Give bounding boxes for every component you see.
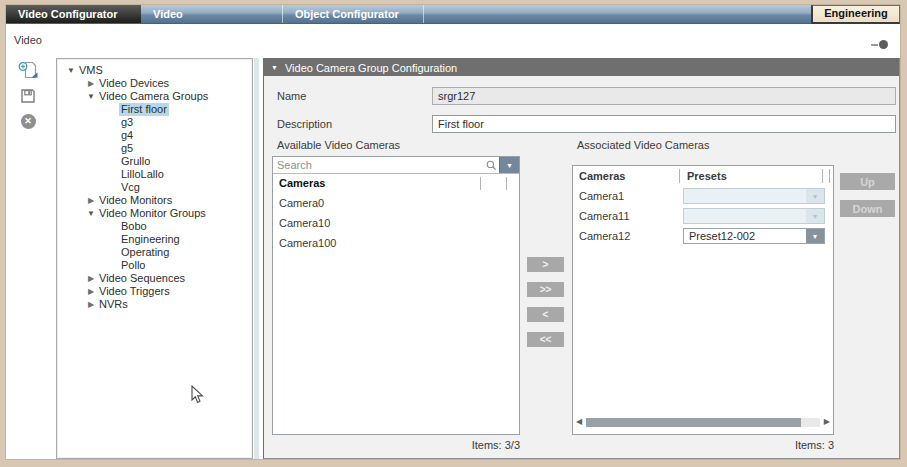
- search-row: [273, 157, 519, 174]
- breadcrumb: Video: [14, 34, 42, 46]
- expander-icon[interactable]: [85, 298, 97, 311]
- horizontal-scrollbar[interactable]: ◀ ▶: [576, 416, 830, 428]
- move-right-button[interactable]: >: [527, 257, 564, 272]
- expander-icon[interactable]: [65, 64, 77, 77]
- tree-item-engineering[interactable]: Engineering: [57, 233, 252, 246]
- tree-item-video-devices[interactable]: Video Devices: [57, 77, 252, 90]
- tree-item-first-floor[interactable]: First floor: [57, 103, 252, 116]
- config-panel: Video Camera Group Configuration Name De…: [263, 58, 900, 459]
- tree-panel: VMS Video Devices Video Camera Groups Fi…: [56, 58, 253, 459]
- associated-items-count: Items: 3: [572, 439, 834, 451]
- available-cameras-list: Cameras Camera0 Camera10 Camera100: [272, 156, 520, 435]
- tree-item-video-camera-groups[interactable]: Video Camera Groups: [57, 90, 252, 103]
- expander-icon[interactable]: [85, 285, 97, 298]
- new-item-icon[interactable]: [17, 60, 39, 80]
- search-filter-dropdown[interactable]: [499, 157, 519, 173]
- available-column-header[interactable]: Cameras: [273, 174, 519, 193]
- chevron-down-icon: [806, 189, 824, 203]
- name-field: [432, 87, 896, 105]
- move-all-right-button[interactable]: >>: [527, 282, 564, 297]
- description-field[interactable]: [432, 115, 896, 133]
- description-label: Description: [277, 118, 332, 130]
- expander-icon[interactable]: [85, 207, 97, 220]
- tab-video-configurator[interactable]: Video Configurator: [6, 5, 141, 23]
- tree-item-nvrs[interactable]: NVRs: [57, 298, 252, 311]
- tree-item-video-sequences[interactable]: Video Sequences: [57, 272, 252, 285]
- delete-icon[interactable]: ✕: [17, 111, 39, 131]
- available-cameras-label: Available Video Cameras: [277, 139, 400, 151]
- tree-item-lillolallo[interactable]: LilloLallo: [57, 168, 252, 181]
- preset-dropdown: [683, 208, 825, 224]
- collapse-icon[interactable]: [271, 64, 278, 71]
- expander-icon[interactable]: [85, 194, 97, 207]
- panel-header[interactable]: Video Camera Group Configuration: [264, 59, 899, 76]
- save-icon[interactable]: [17, 86, 39, 106]
- panel-title: Video Camera Group Configuration: [285, 62, 457, 74]
- expander-icon[interactable]: [85, 77, 97, 90]
- tree-item-g3[interactable]: g3: [57, 116, 252, 129]
- tab-bar: Video Configurator Video Object Configur…: [6, 5, 900, 24]
- tree-item-g4[interactable]: g4: [57, 129, 252, 142]
- move-left-button[interactable]: <: [527, 307, 564, 322]
- pin-icon[interactable]: [871, 40, 888, 49]
- available-items-count: Items: 3/3: [272, 439, 520, 451]
- tab-engineering[interactable]: Engineering: [811, 5, 900, 24]
- name-label: Name: [277, 90, 306, 102]
- app-window: Video Configurator Video Object Configur…: [5, 4, 901, 460]
- scroll-left-icon[interactable]: ◀: [576, 416, 586, 428]
- tree-item-operating[interactable]: Operating: [57, 246, 252, 259]
- expander-icon[interactable]: [85, 90, 97, 103]
- associated-column-header[interactable]: Cameras Presets: [573, 166, 833, 186]
- tree-item-video-monitors[interactable]: Video Monitors: [57, 194, 252, 207]
- breadcrumb-row: Video: [6, 24, 900, 56]
- tab-object-configurator[interactable]: Object Configurator: [283, 5, 424, 23]
- tree-item-grullo[interactable]: Grullo: [57, 155, 252, 168]
- scrollbar-thumb[interactable]: [586, 418, 801, 427]
- preset-dropdown: [683, 188, 825, 204]
- move-all-left-button[interactable]: <<: [527, 332, 564, 347]
- app-frame: Video Configurator Video Object Configur…: [0, 0, 907, 467]
- tree-item-video-monitor-groups[interactable]: Video Monitor Groups: [57, 207, 252, 220]
- preset-dropdown[interactable]: Preset12-002: [683, 228, 825, 244]
- tree-item-vms[interactable]: VMS: [57, 64, 252, 77]
- associated-cameras-label: Associated Video Cameras: [577, 139, 709, 151]
- scroll-right-icon[interactable]: ▶: [820, 416, 830, 428]
- tree-item-video-triggers[interactable]: Video Triggers: [57, 285, 252, 298]
- move-down-button[interactable]: Down: [840, 200, 895, 217]
- content-area: ✕ VMS Video Devices Video Camera Groups …: [6, 56, 900, 459]
- expander-icon[interactable]: [85, 272, 97, 285]
- search-icon: [483, 157, 499, 173]
- available-camera-row[interactable]: Camera100: [273, 233, 519, 253]
- chevron-down-icon[interactable]: [806, 229, 824, 243]
- panel-splitter[interactable]: [254, 58, 259, 459]
- tree-item-bobo[interactable]: Bobo: [57, 220, 252, 233]
- move-up-button[interactable]: Up: [840, 173, 895, 190]
- tree-item-vcg[interactable]: Vcg: [57, 181, 252, 194]
- associated-cameras-list: Cameras Presets Camera1 C: [572, 165, 834, 435]
- associated-camera-row[interactable]: Camera1: [573, 186, 833, 206]
- tree-item-pollo[interactable]: Pollo: [57, 259, 252, 272]
- available-camera-row[interactable]: Camera0: [273, 193, 519, 213]
- search-input[interactable]: [273, 157, 483, 173]
- chevron-down-icon: [806, 209, 824, 223]
- tab-video[interactable]: Video: [141, 5, 283, 23]
- available-camera-row[interactable]: Camera10: [273, 213, 519, 233]
- tree-item-g5[interactable]: g5: [57, 142, 252, 155]
- associated-camera-row[interactable]: Camera11: [573, 206, 833, 226]
- associated-camera-row[interactable]: Camera12 Preset12-002: [573, 226, 833, 246]
- left-toolbar: ✕: [6, 56, 54, 459]
